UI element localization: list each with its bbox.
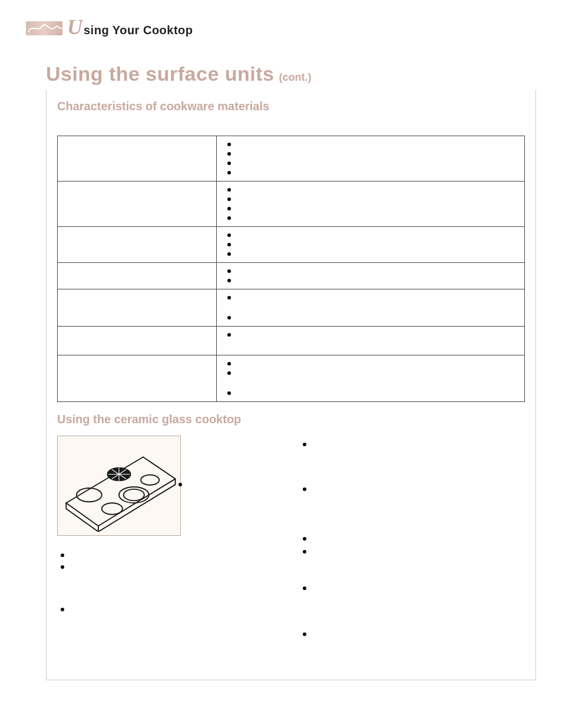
list-item: [187, 480, 269, 489]
material-cell: [58, 355, 217, 402]
list-item: [236, 159, 518, 168]
ceramic-left-bullets: [57, 551, 283, 614]
list-item: [236, 330, 518, 340]
table-row: [58, 136, 525, 182]
list-item: [69, 563, 283, 571]
list-item: [236, 368, 518, 378]
characteristics-bullets: [223, 293, 518, 322]
ceramic-two-col: [57, 430, 525, 645]
list-item: [236, 388, 518, 398]
list-item: [236, 230, 518, 240]
material-cell: [58, 289, 217, 327]
list-item: [311, 440, 525, 449]
page-root: U sing Your Cooktop Using the surface un…: [0, 0, 562, 728]
header-script-letter: U: [67, 17, 82, 38]
list-item: [236, 185, 518, 195]
table-row: [58, 355, 525, 402]
list-item: [236, 168, 518, 177]
characteristics-bullets: [223, 140, 518, 177]
page-header: U sing Your Cooktop: [26, 17, 536, 38]
characteristics-cell: [216, 136, 524, 182]
ceramic-cooktop-illustration: [57, 436, 181, 536]
section-title: Using the surface units: [46, 62, 274, 85]
table-row: [58, 227, 525, 263]
list-item: [236, 313, 518, 322]
characteristics-bullets: [223, 185, 518, 223]
list-item: [236, 276, 518, 285]
list-item: [236, 266, 518, 276]
cooktop-illustration-svg: [61, 440, 177, 532]
characteristics-cell: [216, 263, 524, 289]
list-item: [236, 149, 518, 159]
ceramic-heading: Using the ceramic glass cooktop: [57, 413, 525, 426]
list-item: [236, 204, 518, 213]
list-item: [236, 359, 518, 368]
list-item: [236, 213, 518, 223]
table-row: [58, 182, 525, 227]
material-cell: [58, 182, 217, 227]
material-cell: [58, 263, 217, 289]
material-cell: [58, 136, 217, 182]
section-title-suffix: (cont.): [279, 71, 311, 84]
table-row: [58, 289, 525, 327]
characteristics-heading: Characteristics of cookware materials: [57, 100, 525, 113]
list-item: [311, 535, 525, 543]
list-item: [236, 195, 518, 204]
table-row: [58, 263, 525, 289]
characteristics-cell: [216, 227, 524, 263]
list-item: [236, 240, 518, 249]
material-cell: [58, 327, 217, 355]
ceramic-left-bullets-top: [175, 480, 269, 496]
cookware-materials-table: [57, 136, 525, 402]
list-item: [236, 140, 518, 149]
list-item: [236, 293, 518, 302]
characteristics-bullets: [223, 266, 518, 285]
content-panel: Characteristics of cookware materials Us…: [46, 90, 536, 680]
material-cell: [58, 227, 217, 263]
list-item: [311, 630, 525, 638]
table-row: [58, 327, 525, 355]
characteristics-bullets: [223, 359, 518, 398]
characteristics-bullets: [223, 230, 518, 259]
characteristics-cell: [216, 289, 524, 327]
list-item: [69, 605, 283, 614]
monogram-swatch-svg: [26, 21, 62, 35]
list-item: [69, 551, 283, 559]
list-item: [311, 548, 525, 556]
header-title-rest: sing Your Cooktop: [84, 24, 193, 37]
characteristics-bullets: [223, 330, 518, 340]
ceramic-right-bullets: [299, 440, 525, 638]
cookware-materials-tbody: [58, 136, 525, 402]
section-title-row: Using the surface units (cont.): [46, 62, 536, 85]
list-item: [236, 249, 518, 259]
ceramic-left-col: [57, 430, 283, 645]
characteristics-cell: [216, 182, 524, 227]
list-item: [311, 584, 525, 592]
monogram-swatch: [26, 21, 62, 35]
list-item: [311, 485, 525, 493]
characteristics-cell: [216, 355, 524, 402]
characteristics-cell: [216, 327, 524, 355]
ceramic-right-col: [299, 430, 525, 645]
